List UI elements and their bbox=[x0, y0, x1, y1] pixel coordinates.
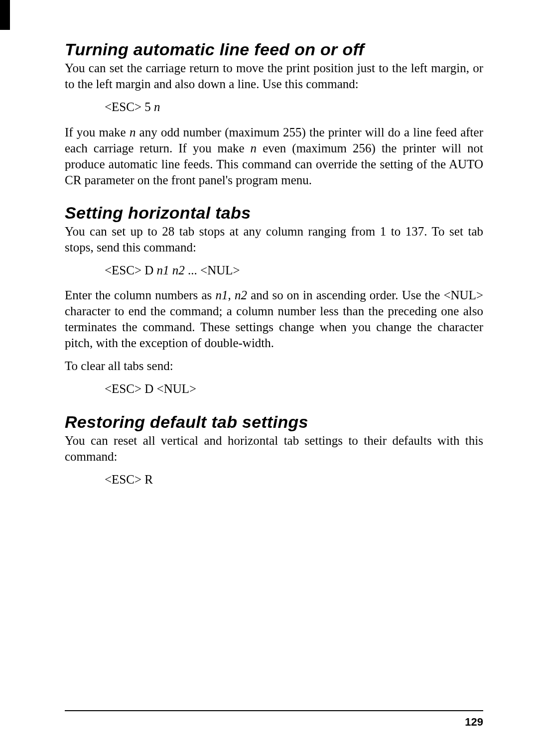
heading-auto-line-feed: Turning automatic line feed on or off bbox=[65, 40, 483, 59]
text: If you make bbox=[65, 126, 130, 139]
command-line: <ESC> D n1 n2 ... <NUL> bbox=[105, 262, 483, 279]
page: Turning automatic line feed on or off Yo… bbox=[0, 0, 538, 756]
text: Enter the column numbers as bbox=[65, 288, 216, 302]
inline-variable: n bbox=[130, 126, 136, 139]
text: To clear all tabs send: bbox=[65, 359, 173, 373]
paragraph: You can set up to 28 tab stops at any co… bbox=[65, 224, 483, 255]
inline-variable: n2 bbox=[235, 288, 247, 302]
heading-restore-tabs: Restoring default tab settings bbox=[65, 412, 483, 432]
command-text: <ESC> D bbox=[105, 263, 157, 277]
text: You can set up to 28 tab stops at any co… bbox=[65, 225, 483, 254]
command-variable: n bbox=[154, 100, 160, 114]
paragraph: You can set the carriage return to move … bbox=[65, 60, 483, 92]
text: You can reset all vertical and horizonta… bbox=[65, 434, 483, 463]
paragraph: To clear all tabs send: bbox=[65, 358, 483, 374]
text: , bbox=[228, 288, 235, 302]
section-restore-tabs: Restoring default tab settings You can r… bbox=[65, 412, 483, 488]
paragraph: If you make n any odd number (maximum 25… bbox=[65, 125, 483, 188]
command-text: ... <NUL> bbox=[185, 263, 240, 277]
inline-variable: n bbox=[251, 141, 257, 155]
command-variable: n1 n2 bbox=[157, 263, 185, 277]
command-line: <ESC> 5 n bbox=[105, 99, 483, 116]
inline-variable: n1 bbox=[216, 288, 228, 302]
corner-tab bbox=[0, 0, 10, 30]
command-text: <ESC> D <NUL> bbox=[105, 382, 196, 395]
heading-horizontal-tabs: Setting horizontal tabs bbox=[65, 203, 483, 223]
section-horizontal-tabs: Setting horizontal tabs You can set up t… bbox=[65, 203, 483, 397]
text: You can set the carriage return to move … bbox=[65, 61, 483, 91]
paragraph: You can reset all vertical and horizonta… bbox=[65, 433, 483, 465]
section-auto-line-feed: Turning automatic line feed on or off Yo… bbox=[65, 40, 483, 188]
page-number: 129 bbox=[465, 716, 483, 729]
footer-rule bbox=[65, 710, 483, 711]
command-text: <ESC> 5 bbox=[105, 100, 154, 114]
command-line: <ESC> R bbox=[105, 472, 483, 488]
paragraph: Enter the column numbers as n1, n2 and s… bbox=[65, 287, 483, 351]
command-text: <ESC> R bbox=[105, 473, 153, 486]
command-line: <ESC> D <NUL> bbox=[105, 381, 483, 397]
